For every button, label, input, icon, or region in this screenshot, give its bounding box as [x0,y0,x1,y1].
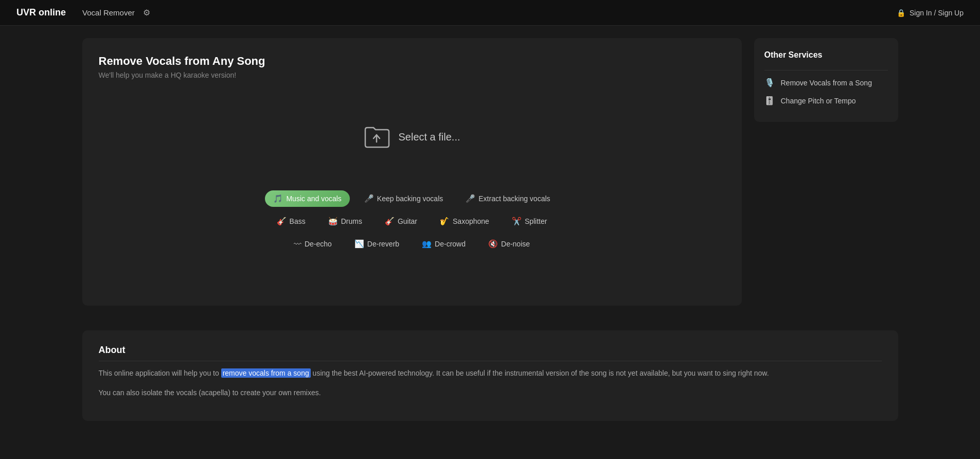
sidebar-card: Other Services 🎙️ Remove Vocals from a S… [754,38,898,122]
saxophone-label: Saxophone [453,217,489,225]
about-section: About This online application will help … [66,318,915,433]
splitter-icon: ✂️ [512,217,522,226]
option-splitter[interactable]: ✂️ Splitter [504,213,556,230]
guitar-label: Guitar [398,217,417,225]
option-extract-backing[interactable]: 🎤 Extract backing vocals [457,190,558,207]
sidebar-item-change-pitch[interactable]: 🎚️ Change Pitch or Tempo [764,92,888,110]
about-card: About This online application will help … [82,330,898,421]
option-saxophone[interactable]: 🎷 Saxophone [432,213,497,230]
options-row-3: 〰 De-echo 📉 De-reverb 👥 De-crowd 🔇 De-no… [286,236,538,252]
option-de-noise[interactable]: 🔇 De-noise [480,236,538,252]
main-layout: Remove Vocals from Any Song We'll help y… [66,26,915,318]
de-echo-icon: 〰 [294,240,301,249]
music-vocals-label: Music and vocals [286,195,341,203]
option-drums[interactable]: 🥁 Drums [320,213,370,230]
extract-backing-label: Extract backing vocals [478,195,550,203]
guitar-icon: 🎸 [385,217,395,226]
de-crowd-label: De-crowd [435,240,466,248]
keep-backing-label: Keep backing vocals [377,195,443,203]
de-reverb-label: De-reverb [367,240,399,248]
splitter-label: Splitter [525,217,547,225]
sidebar-title: Other Services [764,50,888,60]
options-row-2: 🎸 Bass 🥁 Drums 🎸 Guitar 🎷 Saxophone ✂️ [269,213,556,230]
de-noise-icon: 🔇 [488,239,498,249]
navbar: UVR online Vocal Remover ⚙ 🔒 Sign In / S… [0,0,980,26]
option-guitar[interactable]: 🎸 Guitar [377,213,425,230]
drums-label: Drums [341,217,362,225]
options-section: 🎵 Music and vocals 🎤 Keep backing vocals… [99,190,725,252]
about-paragraph-1: This online application will help you to… [99,367,882,380]
music-vocals-icon: 🎵 [273,194,283,203]
extract-backing-icon: 🎤 [466,194,475,203]
option-de-echo[interactable]: 〰 De-echo [286,236,340,252]
keep-backing-icon: 🎤 [364,194,374,203]
about-title: About [99,345,882,361]
folder-upload-icon [363,125,390,149]
about-remove-vocals-link[interactable]: remove vocals from a song [221,368,311,378]
option-music-vocals[interactable]: 🎵 Music and vocals [265,190,349,207]
saxophone-icon: 🎷 [440,217,450,226]
sidebar-item-remove-vocals[interactable]: 🎙️ Remove Vocals from a Song [764,74,888,92]
option-bass[interactable]: 🎸 Bass [269,213,314,230]
microphone-slash-icon: 🎙️ [764,78,775,87]
vocal-remover-nav-link[interactable]: Vocal Remover [82,8,135,17]
de-reverb-icon: 📉 [354,239,364,249]
sidebar-change-pitch-label: Change Pitch or Tempo [781,97,856,105]
upload-label: Select a file... [398,131,460,143]
bass-label: Bass [290,217,306,225]
lock-icon: 🔒 [897,9,905,17]
about-paragraph-2: You can also isolate the vocals (acapell… [99,387,882,399]
about-para1-after: using the best AI-powered technology. It… [311,369,769,377]
page-title: Remove Vocals from Any Song [99,55,725,68]
brand-logo[interactable]: UVR online [16,7,66,18]
signin-label: Sign In / Sign Up [910,9,964,17]
signin-button[interactable]: 🔒 Sign In / Sign Up [897,9,964,17]
about-para1-before: This online application will help you to [99,369,221,377]
de-echo-label: De-echo [305,240,332,248]
settings-icon[interactable]: ⚙ [143,8,150,17]
sidebar: Other Services 🎙️ Remove Vocals from a S… [754,38,898,306]
main-card: Remove Vocals from Any Song We'll help y… [82,38,742,306]
pitch-tempo-icon: 🎚️ [764,96,775,105]
page-subtitle: We'll help you make a HQ karaoke version… [99,71,725,79]
de-noise-label: De-noise [501,240,530,248]
bass-icon: 🎸 [277,217,287,226]
sidebar-remove-vocals-label: Remove Vocals from a Song [781,79,872,87]
option-de-crowd[interactable]: 👥 De-crowd [414,236,474,252]
option-keep-backing[interactable]: 🎤 Keep backing vocals [356,190,451,207]
options-row-1: 🎵 Music and vocals 🎤 Keep backing vocals… [265,190,558,207]
drums-icon: 🥁 [328,217,338,226]
option-de-reverb[interactable]: 📉 De-reverb [346,236,407,252]
de-crowd-icon: 👥 [422,239,432,249]
upload-area[interactable]: Select a file... [99,104,725,170]
sidebar-divider [764,70,888,70]
upload-inner: Select a file... [363,125,460,149]
